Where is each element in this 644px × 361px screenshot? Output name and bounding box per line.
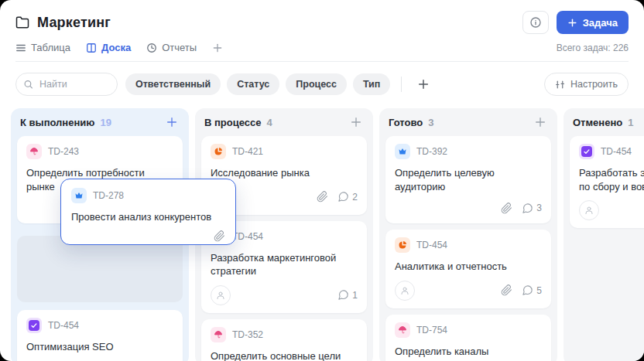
configure-label: Настроить [570,79,618,90]
task-title: Разработка маркетинговой стратегии [211,251,358,278]
column-title: В процессе [204,117,261,128]
table-icon [15,43,26,53]
task-title: Разработать эф по сбору и вовл [579,166,644,193]
column-title: Отменено [573,117,622,128]
assignee-avatar-placeholder[interactable] [211,285,231,305]
filter-chip-type[interactable]: Тип [353,73,390,95]
info-icon [529,16,542,29]
task-id: TD-454 [416,240,447,250]
pie-chart-icon [211,144,226,159]
task-id: TD-243 [48,146,79,157]
total-tasks-label: Всего задач: 226 [557,43,629,53]
info-button[interactable] [522,11,549,34]
column-title: Готово [389,117,423,128]
filter-chip-assignee[interactable]: Ответственный [125,73,221,95]
column-add-card-button[interactable] [348,114,364,130]
filter-chips: Ответственный Статус Процесс Тип [125,73,390,95]
comment-icon [337,289,349,301]
comment-icon [522,203,533,214]
crown-icon [71,188,87,203]
add-filter-button[interactable] [413,73,434,95]
tab-table-label: Таблица [31,42,70,53]
configure-button[interactable]: Настроить [544,73,629,96]
search-box [15,73,118,96]
tab-reports[interactable]: Отчеты [146,42,197,53]
task-title: Оптимизация SEO [26,340,173,354]
task-title: Определить основные цели [211,349,358,361]
dragged-task-card[interactable]: TD-278 Провести анализ конкурентов [60,179,236,245]
assignee-avatar-placeholder[interactable] [579,200,599,220]
add-tab-button[interactable] [212,43,223,53]
umbrella-icon [211,327,226,342]
add-task-button[interactable]: Задача [557,11,629,34]
column-count: 3 [428,117,533,128]
attachment-icon [501,284,512,296]
column-count: 4 [266,117,348,128]
kanban-app: Маркетинг Задача [0,0,644,361]
task-title: Определить целевую аудиторию [395,166,542,193]
task-card[interactable]: TD-454 Оптимизация SEO [17,310,183,361]
task-card[interactable]: TD-454 Аналитика и отчетность 5 [385,230,551,308]
column-cancelled: Отменено 1 TD-454 Разработать эф по сбор… [564,108,644,361]
column-title: К выполнению [20,117,94,128]
column-done: Готово 3 TD-392 Определить целевую аудит… [379,108,557,361]
column-count: 19 [100,117,164,128]
task-id: TD-392 [416,146,447,157]
check-icon [579,144,594,159]
task-id: TD-278 [93,190,124,201]
attachment-icon [214,230,225,242]
folder-icon [15,15,29,29]
comment-icon [522,284,533,296]
task-card[interactable]: TD-454 Разработать эф по сбору и вовл [570,136,644,228]
tab-reports-label: Отчеты [162,42,197,53]
board-icon [86,43,97,53]
header: Маркетинг Задача [0,0,644,62]
task-title: Аналитика и отчетность [395,260,542,274]
task-card[interactable]: TD-754 Определить каналы продвижения 2 [385,315,551,361]
check-icon [26,318,42,333]
pie-chart-icon [395,237,410,253]
filter-chip-status[interactable]: Статус [227,73,279,95]
tab-board[interactable]: Доска [86,42,131,53]
comment-icon [337,191,349,203]
attachment-icon [317,191,328,203]
task-title: Определить каналы продвижения [395,345,542,361]
task-title: Исследование рынка [211,166,358,180]
column-count: 1 [628,117,644,128]
comments-indicator: 3 [522,203,542,214]
comments-indicator: 2 [337,191,358,203]
column-add-card-button[interactable] [164,114,180,130]
comments-indicator: 1 [337,289,358,301]
task-card[interactable]: TD-392 Определить целевую аудиторию 3 [385,136,551,223]
tab-board-label: Доска [101,42,131,53]
comment-count: 1 [352,290,358,301]
column-add-card-button[interactable] [533,114,548,130]
assignee-avatar-placeholder[interactable] [395,281,415,301]
divider [401,77,402,92]
clock-icon [146,43,157,53]
task-id: TD-454 [48,320,79,331]
task-title: Провести анализ конкурентов [71,210,225,224]
umbrella-icon [26,144,42,159]
filter-bar: Ответственный Статус Процесс Тип Настрои… [0,62,644,105]
task-id: TD-454 [232,231,263,242]
task-id: TD-352 [232,329,263,340]
comments-indicator: 5 [522,284,542,296]
view-tabs: Таблица Доска Отчеты [15,42,223,53]
search-icon [23,80,33,90]
add-task-label: Задача [583,17,618,29]
crown-icon [395,144,410,159]
tab-table[interactable]: Таблица [15,42,70,53]
umbrella-icon [395,322,410,338]
task-card[interactable]: TD-352 Определить основные цели 3 [201,319,367,361]
sliders-icon [555,80,565,90]
task-id: TD-454 [601,146,632,157]
comment-count: 3 [536,203,542,213]
drop-placeholder [17,236,183,302]
comment-count: 2 [352,192,358,203]
page-title: Маркетинг [37,15,111,31]
task-id: TD-421 [232,146,263,157]
plus-icon [417,78,430,90]
task-id: TD-754 [416,325,447,335]
filter-chip-process[interactable]: Процесс [286,73,347,95]
